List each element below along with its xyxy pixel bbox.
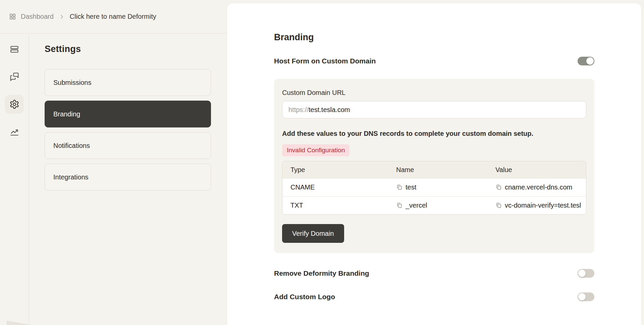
settings-nav: Submissions Branding Notifications Integ… [45,69,211,191]
breadcrumb: Dashboard Click here to name Deformity [0,0,227,34]
record-name-cell: _vercel [388,202,487,209]
host-form-row: Host Form on Custom Domain [274,57,594,65]
nav-item-integrations[interactable]: Integrations [45,164,211,191]
remove-branding-label: Remove Deformity Branding [274,269,369,277]
col-header-value: Value [487,166,586,174]
host-form-label: Host Form on Custom Domain [274,57,376,65]
gear-icon [9,99,19,109]
sidebar-item-forms[interactable] [5,40,24,59]
sidebar-item-analytics[interactable] [5,122,24,141]
dashboard-grid-icon[interactable] [9,13,16,20]
col-header-name: Name [388,166,487,174]
record-name-cell: test [388,183,487,191]
status-badge: Invalid Configuration [282,144,350,156]
dns-records-table: Type Name Value CNAME [282,161,586,215]
nav-item-label: Notifications [53,142,90,150]
copy-icon[interactable] [495,184,502,191]
chart-icon [9,127,19,137]
record-value-cell: vc-domain-verify=test.tesl [487,202,586,209]
url-prefix: https:// [288,106,309,114]
record-type: TXT [282,202,388,209]
sidebar-item-messages[interactable] [5,67,24,86]
chevron-right-icon [59,14,64,19]
icon-rail [0,34,29,325]
nav-item-submissions[interactable]: Submissions [45,69,211,96]
sidebar-item-settings[interactable] [5,95,24,114]
host-form-toggle[interactable] [578,57,594,65]
remove-branding-row: Remove Deformity Branding [274,269,594,278]
record-value: vc-domain-verify=test.tesl [505,202,581,209]
nav-item-label: Branding [53,110,80,118]
branding-main-panel: Branding Host Form on Custom Domain Cust… [227,3,641,325]
copy-icon[interactable] [396,184,402,191]
copy-icon[interactable] [396,202,402,209]
nav-item-label: Submissions [53,79,91,87]
record-type: CNAME [282,183,388,191]
custom-domain-input[interactable]: https://test.tesla.com [282,101,586,118]
custom-logo-toggle[interactable] [578,292,594,301]
copy-icon[interactable] [495,202,502,209]
custom-logo-row: Add Custom Logo [274,292,594,301]
nav-item-label: Integrations [53,173,89,181]
page-title: Branding [274,32,594,43]
table-row: TXT _vercel [282,196,586,214]
url-value: test.tesla.com [309,106,350,114]
table-header-row: Type Name Value [282,161,586,178]
table-row: CNAME test [282,178,586,196]
verify-domain-button[interactable]: Verify Domain [282,224,344,243]
breadcrumb-dashboard-link[interactable]: Dashboard [21,13,54,20]
dns-instruction: Add these values to your DNS records to … [282,130,586,138]
settings-title: Settings [45,44,211,54]
custom-domain-card: Custom Domain URL https://test.tesla.com… [274,79,594,253]
nav-item-notifications[interactable]: Notifications [45,132,211,159]
nav-item-branding[interactable]: Branding [45,101,211,127]
chat-icon [9,72,19,82]
record-name: _vercel [406,202,427,209]
record-value: cname.vercel-dns.com [505,183,572,191]
remove-branding-toggle[interactable] [578,269,594,278]
rows-icon [9,44,19,54]
custom-logo-label: Add Custom Logo [274,293,335,301]
app-root: Dashboard Click here to name Deformity [0,0,644,325]
breadcrumb-form-name[interactable]: Click here to name Deformity [70,13,156,20]
record-value-cell: cname.vercel-dns.com [487,183,586,191]
settings-panel: Settings Submissions Branding Notificati… [29,34,227,325]
custom-domain-url-label: Custom Domain URL [282,89,586,97]
col-header-type: Type [282,166,388,174]
record-name: test [406,183,416,191]
